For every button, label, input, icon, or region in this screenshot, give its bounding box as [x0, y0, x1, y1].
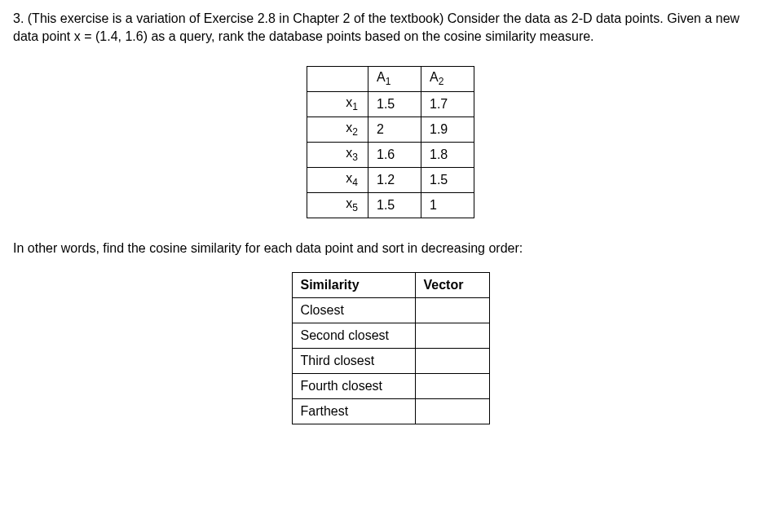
- ranking-table: Similarity Vector Closest Second closest…: [292, 272, 490, 424]
- empty-corner-cell: [307, 66, 368, 91]
- table-row: x2 2 1.9: [307, 117, 474, 142]
- table-row: Third closest: [292, 348, 489, 373]
- table-row: x4 1.2 1.5: [307, 167, 474, 192]
- table-row: Second closest: [292, 323, 489, 348]
- table-row: A1 A2: [307, 66, 474, 91]
- row-label-x1: x1: [307, 91, 368, 117]
- column-header-a2: A2: [421, 66, 474, 91]
- table-row: Farthest: [292, 398, 489, 424]
- rank-vector-closest: [415, 297, 489, 323]
- data-points-table: A1 A2 x1 1.5 1.7 x2 2 1.9 x3 1.6 1.8 x4 …: [307, 66, 474, 218]
- rank-vector-fourth: [415, 373, 489, 398]
- rank-label-fourth: Fourth closest: [292, 373, 415, 398]
- question-text: 3. (This exercise is a variation of Exer…: [13, 10, 768, 46]
- column-header-vector: Vector: [415, 272, 489, 297]
- table-row: x3 1.6 1.8: [307, 142, 474, 167]
- table-row: Similarity Vector: [292, 272, 489, 297]
- cell-x1-a2: 1.7: [421, 91, 474, 117]
- cell-x5-a2: 1: [421, 192, 474, 218]
- rank-vector-third: [415, 348, 489, 373]
- table-row: x5 1.5 1: [307, 192, 474, 218]
- cell-x1-a1: 1.5: [368, 91, 421, 117]
- rank-label-closest: Closest: [292, 297, 415, 323]
- table-row: x1 1.5 1.7: [307, 91, 474, 117]
- cell-x2-a1: 2: [368, 117, 421, 142]
- cell-x2-a2: 1.9: [421, 117, 474, 142]
- row-label-x3: x3: [307, 142, 368, 167]
- row-label-x5: x5: [307, 192, 368, 218]
- cell-x3-a1: 1.6: [368, 142, 421, 167]
- column-header-a1: A1: [368, 66, 421, 91]
- rank-label-second: Second closest: [292, 323, 415, 348]
- cell-x4-a2: 1.5: [421, 167, 474, 192]
- row-label-x2: x2: [307, 117, 368, 142]
- cell-x4-a1: 1.2: [368, 167, 421, 192]
- row-label-x4: x4: [307, 167, 368, 192]
- column-header-similarity: Similarity: [292, 272, 415, 297]
- rank-vector-second: [415, 323, 489, 348]
- table-row: Closest: [292, 297, 489, 323]
- rank-label-third: Third closest: [292, 348, 415, 373]
- cell-x5-a1: 1.5: [368, 192, 421, 218]
- table-row: Fourth closest: [292, 373, 489, 398]
- rank-vector-farthest: [415, 398, 489, 424]
- instruction-text: In other words, find the cosine similari…: [13, 241, 768, 256]
- cell-x3-a2: 1.8: [421, 142, 474, 167]
- rank-label-farthest: Farthest: [292, 398, 415, 424]
